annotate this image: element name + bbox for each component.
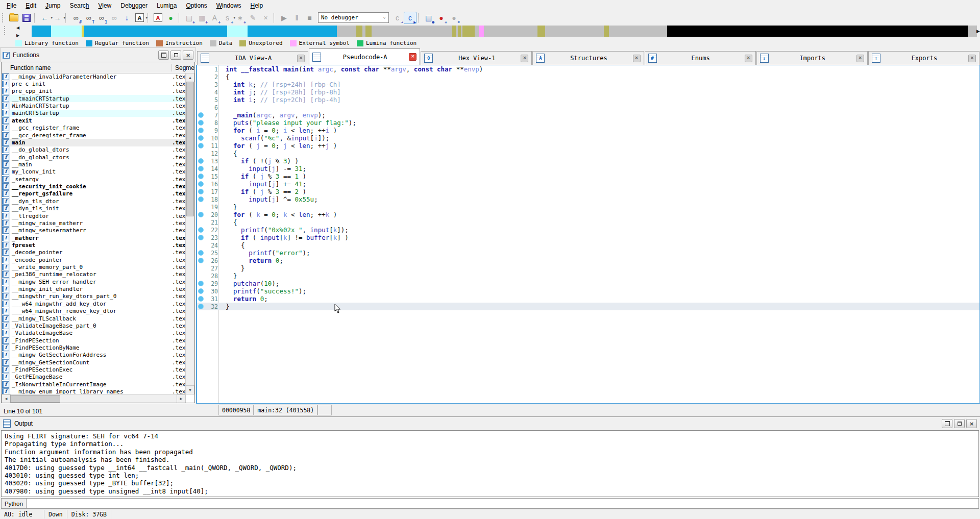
function-row[interactable]: f__mingw_SEH_error_handler.text xyxy=(2,278,186,285)
create-name-icon[interactable]: A+ xyxy=(208,12,221,24)
breakpoint-gutter[interactable] xyxy=(197,112,204,118)
function-row[interactable]: f__do_global_ctors.text xyxy=(2,154,186,161)
breakpoint-gutter[interactable] xyxy=(197,143,204,149)
text-view-icon[interactable]: A▾ xyxy=(133,12,146,24)
function-row[interactable]: f__do_global_dtors.text xyxy=(2,146,186,154)
breakpoint-gutter[interactable] xyxy=(197,158,204,164)
function-row[interactable]: fmainCRTStartup.text xyxy=(2,110,186,117)
function-row[interactable]: f__dyn_tls_init.text xyxy=(2,205,186,212)
breakpoint-icon[interactable] xyxy=(198,181,204,187)
breakpoint-icon[interactable] xyxy=(198,128,204,133)
search-binary-icon[interactable]: ∞1 xyxy=(95,12,108,24)
breakpoint-icon[interactable] xyxy=(198,135,204,141)
function-row[interactable]: f__gcc_register_frame.text xyxy=(2,125,186,132)
code-line[interactable]: 30 printf("success!"); xyxy=(197,287,979,295)
breakpoint-gutter[interactable] xyxy=(197,135,204,141)
tab-close-icon[interactable]: × xyxy=(297,55,305,62)
create-struct-icon[interactable]: s+▾ xyxy=(221,12,234,24)
quick-run-icon[interactable]: c▶ xyxy=(404,12,416,24)
breakpoint-icon[interactable] xyxy=(198,189,204,194)
function-row[interactable]: ffpreset.text xyxy=(2,241,186,249)
code-line[interactable]: 27 } xyxy=(197,264,979,272)
function-row[interactable]: f__mingwthr_run_key_dtors_part_0.text xyxy=(2,293,186,300)
debugger-combo[interactable]: No debugger˅ xyxy=(318,12,389,23)
jump-address-icon[interactable]: ↓ xyxy=(120,12,133,24)
function-row[interactable]: f_ValidateImageBase_part_0.text xyxy=(2,322,186,329)
function-row[interactable]: f_setargv.text xyxy=(2,176,186,183)
function-row[interactable]: f_FindPESectionExec.text xyxy=(2,366,186,373)
function-row[interactable]: f__mingw_TLScallback.text xyxy=(2,315,186,322)
debug-start-icon[interactable]: ▶ xyxy=(278,12,290,24)
output-log[interactable]: Using FLIRT signature: SEH for vc64 7-14… xyxy=(1,430,979,497)
function-row[interactable]: f_ValidateImageBase.text xyxy=(2,330,186,337)
breakpoint-icon[interactable] xyxy=(198,158,204,164)
function-row[interactable]: f__write_memory_part_0.text xyxy=(2,263,186,270)
function-row[interactable]: fmain.text xyxy=(2,139,186,146)
column-function-name[interactable]: Function name xyxy=(2,64,172,71)
function-row[interactable]: fpre_c_init.text xyxy=(2,80,186,87)
navband-right-arrow-icon[interactable]: ▶ xyxy=(16,33,19,38)
function-row[interactable]: f___w64_mingwthr_remove_key_dtor.text xyxy=(2,308,186,315)
code-line[interactable]: 13 if ( !(j % 3) ) xyxy=(197,157,979,165)
debug-pause-icon[interactable]: ‖ xyxy=(290,12,303,24)
breakpoint-gutter[interactable] xyxy=(197,258,204,263)
functions-close-button[interactable]: × xyxy=(183,51,193,60)
breakpoint-gutter[interactable] xyxy=(197,250,204,256)
breakpoint-icon[interactable] xyxy=(198,288,204,294)
breakpoint-gutter[interactable] xyxy=(197,120,204,126)
scroll-right-icon[interactable]: ► xyxy=(177,394,186,403)
python-input[interactable] xyxy=(27,498,979,509)
code-line[interactable]: 3 int k; // [rsp+24h] [rbp-Ch] xyxy=(197,81,979,88)
code-line[interactable]: 4 int j; // [rsp+28h] [rbp-8h] xyxy=(197,88,979,96)
function-row[interactable]: f__main.text xyxy=(2,161,186,168)
breakpoint-gutter[interactable] xyxy=(197,128,204,133)
functions-vertical-scrollbar[interactable]: ▲ ▼ xyxy=(185,73,194,394)
output-maximize-button[interactable] xyxy=(942,419,952,428)
function-row[interactable]: f__mingw_invalidParameterHandler.text xyxy=(2,73,186,80)
function-row[interactable]: f__dyn_tls_dtor.text xyxy=(2,197,186,205)
function-row[interactable]: fmy_lconv_init.text xyxy=(2,168,186,176)
menu-edit[interactable]: Edit xyxy=(21,1,41,11)
search-again-icon[interactable]: ∞ xyxy=(108,12,120,24)
code-line[interactable]: 32} xyxy=(197,303,979,310)
menu-options[interactable]: Options xyxy=(181,1,211,11)
navband-left-arrow-icon[interactable]: ◀ xyxy=(16,26,19,30)
code-line[interactable]: 7 _main(argc, argv, envp); xyxy=(197,111,979,119)
search-text-icon[interactable]: ∞T xyxy=(82,12,95,24)
code-line[interactable]: 21 { xyxy=(197,218,979,226)
code-line[interactable]: 16 input[j] += 41; xyxy=(197,180,979,188)
tab-pseudocode-a[interactable]: Pseudocode-A× xyxy=(309,48,420,65)
breakpoint-gutter[interactable] xyxy=(197,181,204,187)
breakpoint-gutter[interactable] xyxy=(197,288,204,294)
function-row[interactable]: f__gcc_deregister_frame.text xyxy=(2,132,186,139)
horizontal-scroll-thumb[interactable] xyxy=(10,395,60,403)
code-line[interactable]: 20 for ( k = 0; k < len; ++k ) xyxy=(197,211,979,218)
navigate-forward-icon[interactable]: →▾ xyxy=(51,12,64,24)
menu-windows[interactable]: Windows xyxy=(212,1,246,11)
code-line[interactable]: 25 printf("error"); xyxy=(197,249,979,257)
code-line[interactable]: 26 return 0; xyxy=(197,257,979,264)
function-row[interactable]: f__mingw_raise_matherr.text xyxy=(2,219,186,227)
tab-close-icon[interactable]: × xyxy=(856,55,864,62)
breakpoint-gutter[interactable] xyxy=(197,296,204,302)
code-line[interactable]: 17 if ( j % 3 == 2 ) xyxy=(197,188,979,195)
scroll-up-icon[interactable]: ▲ xyxy=(186,73,194,82)
pseudocode-view[interactable]: 1int __fastcall main(int argc, const cha… xyxy=(196,65,980,404)
breakpoint-icon[interactable] xyxy=(198,112,204,118)
code-line[interactable]: 23 if ( input[k] != buffer[k] ) xyxy=(197,234,979,241)
code-line[interactable]: 29 putchar(10); xyxy=(197,280,979,287)
code-line[interactable]: 24 { xyxy=(197,241,979,249)
column-segment[interactable]: Segme xyxy=(172,64,194,71)
navigation-band[interactable] xyxy=(32,26,977,37)
toolbar-drag-handle[interactable] xyxy=(2,13,5,22)
python-prompt-button[interactable]: Python xyxy=(1,498,27,509)
output-float-button[interactable] xyxy=(954,419,965,428)
navband-drag-handle[interactable] xyxy=(4,26,7,35)
breakpoint-icon[interactable] xyxy=(198,250,204,256)
code-line[interactable]: 12 { xyxy=(197,150,979,157)
breakpoint-icon[interactable] xyxy=(198,258,204,263)
breakpoint-gutter[interactable] xyxy=(197,166,204,171)
scroll-left-icon[interactable]: ◄ xyxy=(2,394,11,403)
breakpoint-gutter[interactable] xyxy=(197,281,204,286)
breakpoint-icon[interactable] xyxy=(198,143,204,149)
